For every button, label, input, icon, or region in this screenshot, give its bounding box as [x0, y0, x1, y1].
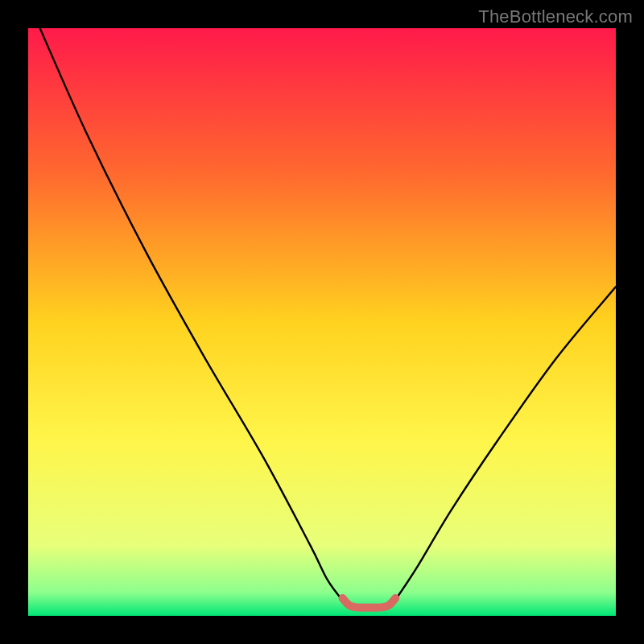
plot-area: [28, 28, 616, 616]
gradient-background: [28, 28, 616, 616]
watermark-text: TheBottleneck.com: [478, 6, 633, 27]
bottleneck-chart: [28, 28, 616, 616]
chart-frame: TheBottleneck.com: [0, 0, 644, 644]
